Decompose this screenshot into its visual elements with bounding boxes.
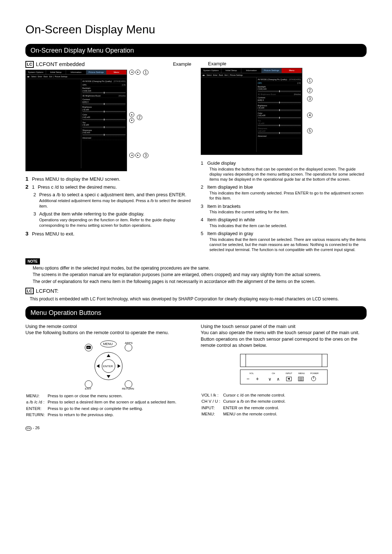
remote-legend: MENU:Press to open or close the menu scr… <box>25 393 177 419</box>
svg-vol: VOL <box>249 372 254 374</box>
osd-tab-menu: Menu <box>106 70 127 75</box>
osd-row-blue: OPC[Off] <box>258 82 301 85</box>
osd-guide-bar: ◀▶ : Select · Enter · Back · Exit | Pict… <box>26 75 127 79</box>
page-number: EN - 26 <box>25 425 367 431</box>
note-badge: NOTE <box>25 258 40 265</box>
example-label-left: Example <box>173 61 191 67</box>
callout-circle-2: 2 <box>307 88 313 93</box>
page-title: On-Screen Display Menu <box>25 22 367 37</box>
osd-tab-initial: Initial Setup <box>46 70 66 75</box>
svg-text:∨: ∨ <box>268 377 271 382</box>
callout-2-arrows: ▴▾2 <box>129 112 148 123</box>
callout-circle-5: 5 <box>307 128 313 134</box>
example-label-right: Example <box>208 61 367 67</box>
svg-point-9 <box>85 381 92 388</box>
svg-tmenu: MENU <box>298 372 305 374</box>
callout-circle-1: 1 <box>307 78 313 83</box>
svg-rect-15 <box>240 370 327 384</box>
remote-heading: Using the remote control <box>25 323 191 330</box>
svg-text:+: + <box>256 376 259 382</box>
svg-enter: ENTER <box>103 365 113 368</box>
svg-3d: 3D <box>87 346 90 349</box>
osd-row-opc: OPC[Off] <box>82 83 126 87</box>
touch-panel-diagram: VOL CH INPUT MENU POWER − + ∨ ∧ <box>238 352 329 388</box>
osd-row-tint: Tint[ 0] a30 <box>82 121 126 129</box>
lcfont-icon: LC <box>25 61 34 68</box>
svg-point-2 <box>125 344 132 351</box>
osd-row-avmode: AV MODE (Changing Pic.Quality)[STANDARD] <box>82 80 126 83</box>
svg-exit: EXIT <box>85 387 91 390</box>
lcfont-embedded-line: LC LCFONT embedded Example <box>25 61 191 68</box>
osd-left-wrapper: System Options Initial Setup Information… <box>25 70 191 171</box>
osd-row-boost: 3D Brightness Boost[Middle] <box>82 94 126 98</box>
operation-steps: 1Press MENU to display the MENU screen. … <box>25 175 191 238</box>
svg-point-10 <box>125 381 132 388</box>
callout-circle-3: 3 <box>307 96 313 102</box>
osd-tab-system: System Options <box>26 70 46 75</box>
svg-text:∧: ∧ <box>277 377 280 382</box>
svg-return: RETURN <box>122 387 134 390</box>
section-heading-operation: On-Screen Display Menu Operation <box>25 44 367 57</box>
svg-input: INPUT <box>286 372 292 374</box>
remote-diagram: MENU APPS ENTER EXIT RETURN 3D <box>25 339 191 390</box>
section-heading-buttons: Menu Operation Buttons <box>25 306 367 319</box>
osd-row-brightness: Brightness[ 0] a30 <box>82 106 126 113</box>
callout-1-arrows: ◂▸1 <box>129 70 148 75</box>
svg-rect-12 <box>240 354 327 367</box>
lcfont-embedded-text: LCFONT embedded <box>36 61 85 68</box>
svg-text:−: − <box>246 376 249 382</box>
touch-intro: You can also operate the menu with the t… <box>201 329 367 349</box>
osd-row-sharpness: Sharpness[ b2] a10 <box>82 129 126 136</box>
osd-row-color: Color[ b2] a30 <box>82 113 126 121</box>
svg-power: POWER <box>310 372 319 374</box>
lcfont-heading: LC LCFONT: <box>25 287 367 295</box>
svg-menu: MENU <box>103 342 113 346</box>
osd-right-wrapper: System Options Initial Setup Information… <box>201 68 302 155</box>
callout-circle-4: 4 <box>307 112 313 118</box>
note-list: Menu options differ in the selected inpu… <box>30 265 367 284</box>
remote-intro: Use the following buttons on the remote … <box>25 329 191 336</box>
svg-ch: CH <box>272 372 275 374</box>
lcfont-icon: LC <box>25 288 34 295</box>
osd-screenshot-right: System Options Initial Setup Information… <box>201 68 302 155</box>
lcfont-description: This product is embedded with LC Font te… <box>30 296 367 302</box>
osd-screenshot-left: System Options Initial Setup Information… <box>25 70 127 171</box>
touch-legend: VOL l /k :Cursor c /d on the remote cont… <box>201 392 286 418</box>
touch-heading: Using the touch sensor panel of the main… <box>201 323 367 330</box>
osd-row-contrast: Contrast[b30] 0 <box>82 98 126 106</box>
osd-row-backlight: Backlight[ b16] a16 <box>82 87 126 94</box>
guide-display-list: 1Guide displayThis indicates the buttons… <box>201 160 367 253</box>
osd-tab-picture: Picture Settings <box>86 70 107 75</box>
osd-tab-info: Information <box>66 70 86 75</box>
osd-row-advanced: Advanced <box>82 136 126 140</box>
callout-3-arrows: ◂▸3 <box>129 153 148 158</box>
